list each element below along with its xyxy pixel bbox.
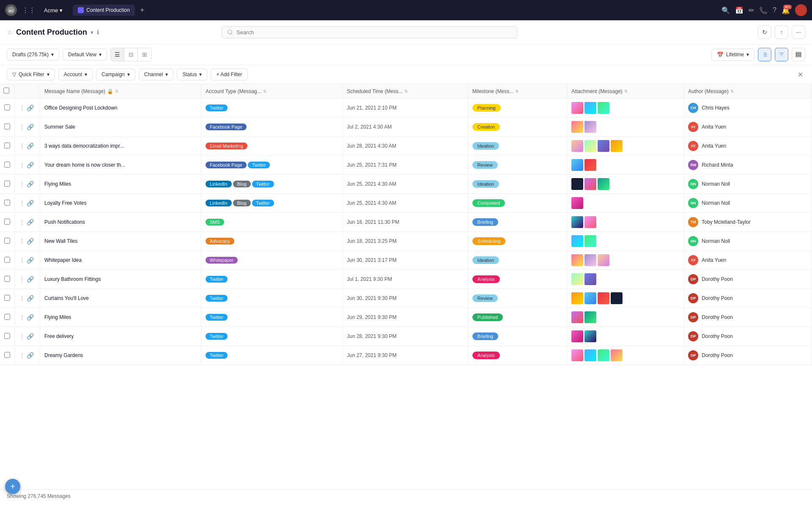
attachment-header[interactable]: Attachment (Message) ⇅ xyxy=(567,84,684,99)
thumbnail[interactable] xyxy=(571,254,583,266)
message-name-cell[interactable]: Office Designing Post Lockdown xyxy=(40,99,201,118)
row-link-icon[interactable]: 🔗 xyxy=(27,314,34,321)
close-filters-button[interactable]: ✕ xyxy=(795,69,805,80)
select-all-header[interactable] xyxy=(0,84,15,99)
thumbnail[interactable] xyxy=(598,349,609,361)
status-filter-button[interactable]: Status ▾ xyxy=(177,69,207,80)
board-view-button[interactable]: ⊟ xyxy=(124,48,138,61)
thumbnail[interactable] xyxy=(611,292,623,304)
message-name-cell[interactable]: Free delivery xyxy=(40,327,201,346)
message-name-cell[interactable]: New Wall Tiles xyxy=(40,232,201,251)
favorite-icon[interactable]: ☆ xyxy=(7,28,13,36)
row-link-icon[interactable]: 🔗 xyxy=(27,257,34,264)
drafts-dropdown[interactable]: Drafts (276.75k) ▾ xyxy=(7,49,59,60)
message-name-cell[interactable]: Flying Miles xyxy=(40,308,201,327)
row-link-icon[interactable]: 🔗 xyxy=(27,238,34,245)
row-menu-icon[interactable]: ⋮ xyxy=(19,352,25,359)
milestone-header[interactable]: Milestone (Mess... ⇅ xyxy=(468,84,567,99)
scheduled-time-header[interactable]: Scheduled Time (Mess... ⇅ xyxy=(343,84,468,99)
search-input[interactable] xyxy=(236,29,512,36)
row-menu-icon[interactable]: ⋮ xyxy=(19,333,25,340)
row-checkbox[interactable] xyxy=(4,352,10,358)
active-tab[interactable]: Content Production xyxy=(73,5,135,16)
row-link-icon[interactable]: 🔗 xyxy=(27,143,34,149)
search-bar[interactable] xyxy=(222,26,518,38)
row-menu-icon[interactable]: ⋮ xyxy=(19,295,25,302)
row-checkbox[interactable] xyxy=(4,124,10,129)
thumbnail[interactable] xyxy=(598,178,609,190)
thumbnail[interactable] xyxy=(611,349,623,361)
message-name-cell[interactable]: Dreamy Gardens xyxy=(40,346,201,365)
thumbnail[interactable] xyxy=(571,235,583,247)
user-avatar[interactable] xyxy=(795,4,807,16)
row-checkbox[interactable] xyxy=(4,276,10,282)
list-view-button[interactable]: ☰ xyxy=(111,48,124,61)
row-checkbox[interactable] xyxy=(4,333,10,339)
title-chevron-icon[interactable]: ▾ xyxy=(91,29,93,36)
select-all-checkbox[interactable] xyxy=(3,88,9,93)
row-checkbox[interactable] xyxy=(4,104,10,110)
add-fab-button[interactable]: + xyxy=(5,479,20,494)
phone-icon[interactable]: 📞 xyxy=(759,6,768,14)
add-tab-button[interactable]: + xyxy=(137,4,148,16)
row-menu-icon[interactable]: ⋮ xyxy=(19,143,25,149)
thumbnail[interactable] xyxy=(571,330,583,342)
row-link-icon[interactable]: 🔗 xyxy=(27,124,34,130)
sort-active-button[interactable] xyxy=(775,48,788,61)
row-link-icon[interactable]: 🔗 xyxy=(27,219,34,225)
thumbnail[interactable] xyxy=(571,178,583,190)
quick-filter-button[interactable]: ▽ Quick Filter ▾ xyxy=(7,69,55,80)
message-name-cell[interactable]: Curtains You'll Love xyxy=(40,289,201,308)
thumbnail[interactable] xyxy=(571,140,583,152)
row-checkbox[interactable] xyxy=(4,219,10,225)
row-checkbox[interactable] xyxy=(4,200,10,206)
message-name-cell[interactable]: Luxury Bathroom Fittings xyxy=(40,270,201,289)
row-checkbox[interactable] xyxy=(4,238,10,244)
thumbnail[interactable] xyxy=(584,349,596,361)
row-menu-icon[interactable]: ⋮ xyxy=(19,181,25,187)
thumbnail[interactable] xyxy=(598,292,609,304)
row-menu-icon[interactable]: ⋮ xyxy=(19,314,25,321)
row-menu-icon[interactable]: ⋮ xyxy=(19,219,25,225)
lifetime-dropdown[interactable]: 📅 Lifetime ▾ xyxy=(711,49,754,61)
row-link-icon[interactable]: 🔗 xyxy=(27,181,34,187)
row-checkbox[interactable] xyxy=(4,143,10,148)
export-button[interactable]: ↑ xyxy=(775,25,788,39)
message-name-cell[interactable]: Flying Miles xyxy=(40,175,201,194)
row-menu-icon[interactable]: ⋮ xyxy=(19,162,25,168)
filter-view-button[interactable]: ⊞ xyxy=(138,48,151,61)
thumbnail[interactable] xyxy=(598,102,609,114)
account-type-header[interactable]: Account Type (Messag... ⇅ xyxy=(201,84,342,99)
message-name-cell[interactable]: Whitepaper Idea xyxy=(40,251,201,270)
row-link-icon[interactable]: 🔗 xyxy=(27,333,34,340)
message-name-cell[interactable]: 3 ways data democratization impr... xyxy=(40,137,201,156)
thumbnail[interactable] xyxy=(571,121,583,133)
row-menu-icon[interactable]: ⋮ xyxy=(19,238,25,245)
calendar-icon[interactable]: 📅 xyxy=(735,6,743,14)
campaign-filter-button[interactable]: Campaign ▾ xyxy=(96,69,135,80)
thumbnail[interactable] xyxy=(598,140,609,152)
row-menu-icon[interactable]: ⋮ xyxy=(19,104,25,111)
thumbnail[interactable] xyxy=(584,178,596,190)
thumbnail[interactable] xyxy=(584,216,596,228)
message-name-cell[interactable]: Your dream home is now closer th... xyxy=(40,156,201,175)
row-checkbox[interactable] xyxy=(4,181,10,187)
thumbnail[interactable] xyxy=(571,273,583,285)
row-menu-icon[interactable]: ⋮ xyxy=(19,257,25,264)
workspace-selector[interactable]: Acme ▾ xyxy=(41,5,66,15)
notifications-bell[interactable]: 🔔 99+ xyxy=(782,6,790,14)
row-link-icon[interactable]: 🔗 xyxy=(27,276,34,283)
message-name-cell[interactable]: Summer Sale xyxy=(40,118,201,137)
help-icon[interactable]: ? xyxy=(773,6,776,14)
thumbnail[interactable] xyxy=(571,311,583,323)
thumbnail[interactable] xyxy=(584,273,596,285)
message-name-cell[interactable]: Push Notifications xyxy=(40,213,201,232)
thumbnail[interactable] xyxy=(571,197,583,209)
app-logo[interactable]: AC xyxy=(5,4,17,16)
sort-columns-button[interactable] xyxy=(758,48,771,61)
thumbnail[interactable] xyxy=(584,311,596,323)
thumbnail[interactable] xyxy=(598,254,609,266)
row-checkbox[interactable] xyxy=(4,295,10,301)
thumbnail[interactable] xyxy=(584,254,596,266)
thumbnail[interactable] xyxy=(584,159,596,171)
